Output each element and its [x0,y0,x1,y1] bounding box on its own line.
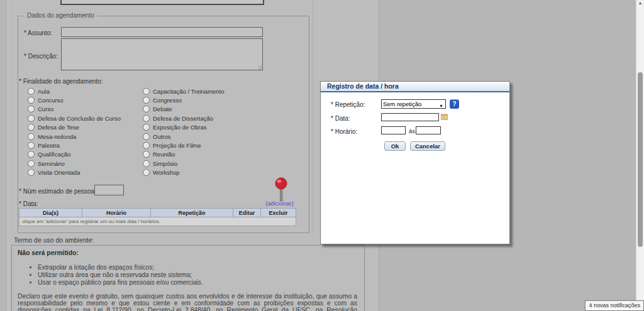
radio-label: Defesa de Conclusão de Curso [38,115,121,122]
horario-start-input[interactable] [381,126,406,134]
repeticao-label: * Repetição: [331,101,365,108]
terms-not-allowed-title: Não será permitido: [18,249,79,256]
radio-option-workshop[interactable]: Workshop [143,168,287,177]
horario-end-input[interactable] [416,126,441,134]
as-label: às [409,128,415,134]
data-label: * Data: [19,200,38,207]
col-horario: Horário [82,209,151,217]
adicionar-link[interactable]: (adicionar) [265,200,294,207]
descricao-label: * Descrição: [24,53,58,60]
radio-option-defesa-dissertacao[interactable]: Defesa de Dissertação [143,114,287,123]
radio-label: Defesa de Dissertação [153,115,213,122]
radio-label: Qualificação [38,151,70,158]
radio-label: Capacitação / Treinamento [153,88,225,95]
ok-button[interactable]: Ok [384,141,406,151]
radio-option-seminario[interactable]: Seminário [28,159,141,168]
radio-option-defesa-tese[interactable]: Defesa de Tese [28,123,141,132]
radio-option-qualificacao[interactable]: Qualificação [28,150,141,159]
scroll-up-arrow-icon[interactable]: ▲ [636,1,644,5]
radio-option-defesa-conclusao[interactable]: Defesa de Conclusão de Curso [28,114,141,123]
registro-data-hora-dialog: Registro de data / hora * Repetição: Sem… [320,81,510,244]
radio-option-debate[interactable]: Debate [143,105,287,114]
radio-icon[interactable] [28,142,35,149]
radio-icon[interactable] [143,151,150,158]
radio-icon[interactable] [143,106,150,112]
dialog-data-input[interactable] [381,113,439,121]
radio-icon[interactable] [143,124,150,131]
horario-label: * Horário: [331,128,357,135]
num-pessoas-label: * Núm estimado de pessoas: [19,188,99,195]
terms-list: Extrapolar a lotação dos espaços físicos… [30,264,340,287]
assunto-label: * Assunto: [24,30,52,36]
radio-option-simposio[interactable]: Simpósio [143,159,287,168]
radio-icon[interactable] [28,124,35,131]
radio-icon[interactable] [28,160,35,167]
radio-option-capacitacao[interactable]: Capacitação / Treinamento [143,87,287,95]
radio-label: Aula [38,88,50,95]
radio-label: Concurso [38,97,64,104]
radio-icon[interactable] [143,169,150,176]
radio-icon[interactable] [143,115,150,122]
textarea-resize-grip-icon[interactable] [258,65,262,70]
assunto-input[interactable] [61,27,263,37]
terms-declaration: Declaro que este evento é gratuito, sem … [18,293,357,311]
col-editar: Editar [233,209,261,217]
finalidade-column-1: Aula Concurso Curso Defesa de Conclusão … [28,87,141,177]
radio-option-palestra[interactable]: Palestra [28,141,141,150]
cancel-button[interactable]: Cancelar [410,141,445,151]
radio-option-concurso[interactable]: Concurso [28,95,141,104]
radio-icon[interactable] [28,97,35,104]
radio-icon[interactable] [28,106,35,112]
calendar-icon[interactable] [441,114,448,120]
date-table-empty-row: clique em 'adicionar' para registrar um … [19,217,296,226]
radio-option-mesa-redonda[interactable]: Mesa-redonda [28,132,141,141]
radio-icon[interactable] [28,88,35,95]
radio-option-exposicao-obras[interactable]: Exposição de Obras [143,123,287,132]
chevron-down-icon: ▼ [439,102,443,110]
radio-label: Debate [153,106,172,112]
radio-label: Exposição de Obras [153,124,207,131]
radio-option-aula[interactable]: Aula [28,87,141,95]
radio-icon[interactable] [28,133,35,140]
terms-item: Usar o espaço público para fins pessoais… [38,279,340,286]
truncated-list-box [60,0,264,5]
vertical-scrollbar[interactable]: ▲ [636,0,644,311]
pushpin-icon [274,176,288,202]
col-dias: Dia(s) [19,209,82,217]
scrollbar-thumb[interactable] [638,72,643,247]
date-table-header-row: Dia(s) Horário Repetição Editar Excluir [19,209,296,217]
repeticao-select[interactable]: Sem repetição ▼ [381,99,446,109]
radio-icon[interactable] [143,142,150,149]
radio-label: Palestra [38,142,60,149]
radio-option-projecao-filme[interactable]: Projeção de Filme [143,141,287,150]
radio-icon[interactable] [28,169,35,176]
radio-label: Workshop [153,169,180,176]
repeticao-selected-value: Sem repetição [383,101,421,107]
radio-icon[interactable] [143,97,150,104]
col-excluir: Excluir [261,209,296,217]
notifications-badge[interactable]: 4 novas notificações [585,300,644,311]
help-button[interactable]: ? [450,99,459,109]
radio-option-reuniao[interactable]: Reunião [143,150,287,159]
fieldset-legend: Dados do agendamento [24,12,97,19]
radio-label: Reunião [153,151,175,158]
num-pessoas-input[interactable] [94,185,124,195]
date-table: Dia(s) Horário Repetição Editar Excluir … [19,208,296,226]
radio-option-outros[interactable]: Outros [143,132,287,141]
radio-icon[interactable] [28,151,35,158]
radio-option-curso[interactable]: Curso [28,105,141,114]
radio-label: Projeção de Filme [153,142,201,149]
radio-icon[interactable] [143,160,150,167]
radio-icon[interactable] [143,133,150,140]
radio-option-congresso[interactable]: Congresso [143,95,287,104]
radio-label: Mesa-redonda [38,133,76,140]
radio-icon[interactable] [143,88,150,95]
radio-icon[interactable] [28,115,35,122]
radio-label: Outros [153,133,171,140]
radio-option-visita-orientada[interactable]: Visita Orientada [28,168,141,177]
radio-label: Curso [38,106,53,112]
radio-label: Defesa de Tese [38,124,79,131]
panel-right-edge [313,0,313,234]
radio-label: Visita Orientada [38,169,80,176]
descricao-textarea[interactable] [61,38,263,70]
